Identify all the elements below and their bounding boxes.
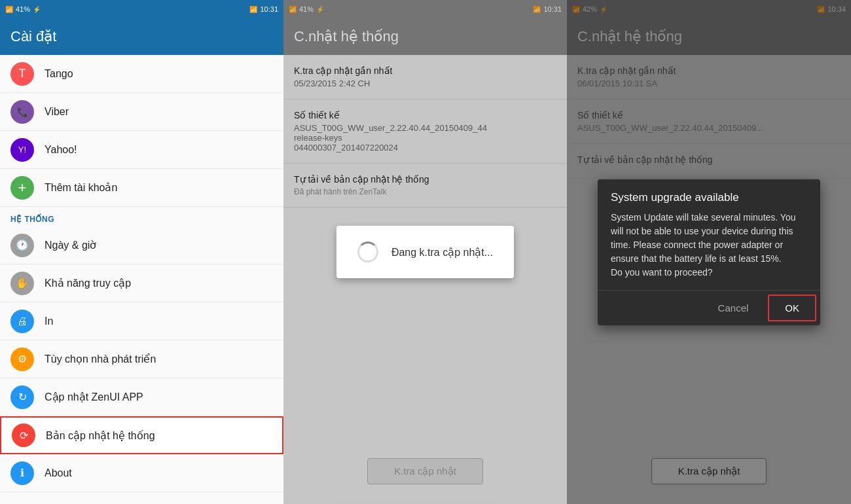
dev-icon: ⚙ bbox=[10, 348, 34, 371]
print-label: In bbox=[45, 315, 53, 327]
page-title: Cài đặt bbox=[10, 28, 56, 45]
print-icon: 🖨 bbox=[10, 310, 34, 333]
clock-icon: 🕐 bbox=[10, 234, 34, 257]
dialog-title: System upgrade available bbox=[598, 179, 820, 211]
cancel-button[interactable]: Cancel bbox=[702, 291, 765, 325]
status-battery-left: 41% bbox=[16, 5, 30, 13]
zenui-label: Cập nhật ZenUI APP bbox=[45, 391, 143, 403]
settings-list: T Tango 📞 Viber Y! Yahoo! + Thêm tài kho… bbox=[0, 55, 283, 504]
settings-item-about[interactable]: ℹ About bbox=[0, 454, 283, 492]
settings-item-system-update[interactable]: ⟳ Bản cập nhật hệ thống bbox=[0, 416, 283, 454]
settings-item-add-account[interactable]: + Thêm tài khoản bbox=[0, 169, 283, 207]
tango-label: Tango bbox=[45, 68, 73, 80]
dialog-buttons: Cancel OK bbox=[598, 290, 820, 325]
system-update-label: Bản cập nhật hệ thống bbox=[46, 429, 155, 442]
loading-overlay: Đang k.tra cập nhật... bbox=[283, 0, 567, 504]
settings-header: Cài đặt bbox=[0, 18, 283, 55]
viber-icon: 📞 bbox=[10, 100, 34, 124]
datetime-label: Ngày & giờ bbox=[45, 239, 96, 251]
status-time: 10:31 bbox=[260, 5, 278, 13]
settings-item-yahoo[interactable]: Y! Yahoo! bbox=[0, 131, 283, 169]
developer-label: Tùy chọn nhà phát triển bbox=[45, 353, 156, 365]
status-bar-left: 📶 41% ⚡ bbox=[5, 5, 41, 13]
status-bar-panel1: 📶 41% ⚡ 📶 10:31 bbox=[0, 0, 283, 18]
yahoo-icon: Y! bbox=[10, 138, 34, 162]
loading-spinner bbox=[357, 242, 378, 262]
settings-panel: 📶 41% ⚡ 📶 10:31 Cài đặt T Tango 📞 Viber … bbox=[0, 0, 283, 504]
ok-button[interactable]: OK bbox=[768, 295, 816, 321]
system-section-header: HỆ THỐNG bbox=[0, 207, 283, 226]
add-account-label: Thêm tài khoản bbox=[45, 181, 117, 194]
settings-item-zenui[interactable]: ↻ Cập nhật ZenUI APP bbox=[0, 378, 283, 416]
system-update-panel-loading: 📶 41% ⚡ 📶 10:31 C.nhật hệ thống K.tra cậ… bbox=[283, 0, 567, 504]
yahoo-label: Yahoo! bbox=[45, 144, 77, 156]
loading-dialog: Đang k.tra cập nhật... bbox=[336, 226, 514, 278]
settings-item-print[interactable]: 🖨 In bbox=[0, 302, 283, 340]
upgrade-dialog-overlay: System upgrade available System Update w… bbox=[567, 0, 851, 504]
settings-item-developer[interactable]: ⚙ Tùy chọn nhà phát triển bbox=[0, 340, 283, 378]
zenui-icon: ↻ bbox=[10, 386, 34, 409]
wifi-icon: 📶 bbox=[249, 6, 257, 13]
settings-item-tango[interactable]: T Tango bbox=[0, 55, 283, 93]
signal-icon: 📶 bbox=[5, 6, 13, 13]
accessibility-label: Khả năng truy cập bbox=[45, 277, 131, 289]
settings-item-accessibility[interactable]: ✋ Khả năng truy cập bbox=[0, 264, 283, 302]
status-bar-right: 📶 10:31 bbox=[249, 5, 278, 13]
add-icon: + bbox=[10, 176, 34, 200]
system-update-panel-dialog: 📶 42% ⚡ 📶 10:34 C.nhật hệ thống K.tra cậ… bbox=[567, 0, 851, 504]
tango-icon: T bbox=[10, 62, 34, 86]
viber-label: Viber bbox=[45, 106, 69, 118]
loading-text: Đang k.tra cập nhật... bbox=[391, 246, 493, 259]
hand-icon: ✋ bbox=[10, 272, 34, 295]
dialog-body: System Update will take several minutes.… bbox=[598, 211, 820, 290]
charge-icon: ⚡ bbox=[33, 6, 41, 13]
settings-item-datetime[interactable]: 🕐 Ngày & giờ bbox=[0, 226, 283, 264]
info-icon: ℹ bbox=[10, 461, 34, 485]
system-update-icon: ⟳ bbox=[12, 423, 35, 447]
about-label: About bbox=[45, 467, 72, 479]
settings-item-viber[interactable]: 📞 Viber bbox=[0, 93, 283, 131]
upgrade-dialog: System upgrade available System Update w… bbox=[598, 179, 820, 325]
